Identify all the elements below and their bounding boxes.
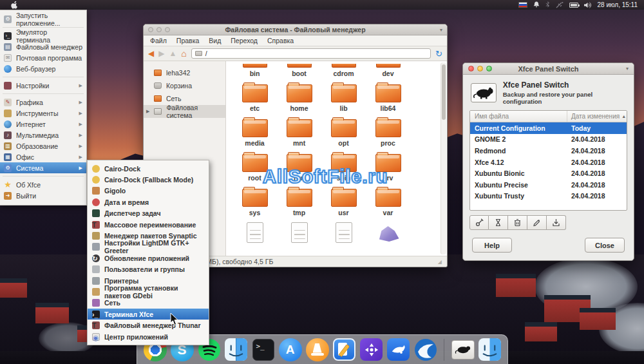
folder-item[interactable]: boot: [277, 64, 321, 77]
submenu-item-gdebi[interactable]: Программа установки пакетов GDebi: [88, 286, 209, 297]
table-row[interactable]: GNOME 224.04.2018: [470, 134, 627, 146]
folder-item[interactable]: bin: [232, 64, 277, 77]
dock-vlc-icon[interactable]: [305, 338, 329, 361]
bluetooth-icon[interactable]: [545, 1, 550, 8]
help-button[interactable]: Help: [472, 238, 512, 253]
folder-item[interactable]: tmp: [277, 185, 321, 216]
address-bar[interactable]: /: [191, 48, 431, 59]
expander-icon[interactable]: ▶: [146, 109, 149, 114]
folder-item[interactable]: opt: [321, 115, 366, 147]
menu-help[interactable]: Справка: [267, 37, 294, 44]
menu-item-education[interactable]: ▥Образование▶: [0, 140, 86, 151]
submenu-item-xfce-terminal[interactable]: ›_Терминал Xfce: [88, 309, 209, 320]
thunar-file-view[interactable]: bin boot cdrom dev etc home lib lib64 me…: [226, 61, 447, 256]
dock-terminal-icon[interactable]: >_: [251, 338, 275, 361]
file-item[interactable]: [366, 220, 410, 243]
folder-item[interactable]: cdrom: [321, 64, 366, 77]
dock-text-editor-icon[interactable]: [332, 338, 356, 361]
home-button-icon[interactable]: ⌂: [181, 49, 186, 58]
apple-menu-icon[interactable]: [11, 1, 18, 8]
dock-appstore-icon[interactable]: A: [278, 338, 302, 361]
menu-item-multimedia[interactable]: ♪Мультимедиа▶: [0, 129, 86, 140]
scrollbar[interactable]: [440, 62, 446, 254]
menu-item-mail[interactable]: ✉Почтовая программа: [0, 52, 86, 63]
menu-item-graphics[interactable]: ✎Графика▶: [0, 97, 86, 108]
table-row[interactable]: Xubuntu Precise24.04.2018: [470, 179, 627, 191]
back-button-icon[interactable]: ◀: [148, 50, 154, 57]
folder-item[interactable]: sys: [232, 185, 277, 216]
window-shade-icon[interactable]: ▾: [626, 66, 629, 72]
sidebar-item-home[interactable]: leha342: [144, 66, 225, 79]
sidebar-item-trash[interactable]: Корзина: [144, 79, 225, 92]
reload-button-icon[interactable]: ↻: [435, 50, 442, 58]
submenu-item-lightdm-settings[interactable]: Настройки LightDM GTK+ Greeter: [88, 242, 209, 253]
table-row[interactable]: Xubuntu Bionic24.04.2018: [470, 168, 627, 179]
menu-file[interactable]: Файл: [150, 37, 167, 44]
submenu-item-task-manager[interactable]: Диспетчер задач: [88, 208, 209, 219]
sidebar-item-network[interactable]: Сеть: [144, 92, 225, 105]
menu-item-system[interactable]: ⚙Система▶: [0, 162, 86, 173]
submenu-item-cairo-dock[interactable]: Cairo-Dock: [88, 163, 209, 174]
keyboard-layout-ru-flag-icon[interactable]: [518, 2, 527, 8]
table-row[interactable]: Redmond24.04.2018: [470, 145, 627, 157]
folder-item[interactable]: var: [366, 185, 410, 216]
submenu-item-app-center[interactable]: ◉Центр приложений: [88, 331, 209, 342]
resize-grip[interactable]: ◢: [438, 259, 442, 265]
dock-finder-icon[interactable]: [224, 338, 248, 361]
dock-file-manager-icon[interactable]: [478, 338, 502, 361]
network-disconnected-icon[interactable]: [556, 2, 564, 8]
volume-icon[interactable]: [584, 2, 592, 8]
panel-switch-titlebar[interactable]: Xfce Panel Switch ▾: [463, 63, 634, 75]
export-button[interactable]: [489, 215, 508, 230]
menu-item-internet[interactable]: Интернет▶: [0, 119, 86, 129]
close-button[interactable]: Close: [585, 238, 625, 253]
folder-item[interactable]: proc: [366, 115, 410, 147]
folder-item[interactable]: media: [232, 115, 277, 147]
folder-item[interactable]: etc: [232, 81, 277, 112]
column-filename[interactable]: Имя файла: [470, 111, 567, 122]
menu-go[interactable]: Переход: [231, 37, 258, 44]
dock-panel-switch-icon[interactable]: [451, 338, 475, 361]
menu-item-about-xfce[interactable]: ★Об Xfce: [0, 179, 86, 190]
sidebar-item-filesystem[interactable]: ▶ Файловая система: [144, 105, 225, 118]
clock[interactable]: 28 июл, 15:11: [598, 1, 638, 8]
submenu-item-datetime[interactable]: Дата и время: [88, 196, 209, 207]
menu-item-settings[interactable]: Настройки▶: [0, 80, 86, 91]
folder-item[interactable]: home: [277, 81, 321, 112]
menu-item-file-manager[interactable]: ▤Файловый менеджер: [0, 41, 86, 52]
submenu-item-bulk-rename[interactable]: TМассовое переименование: [88, 219, 209, 230]
table-row[interactable]: Current ConfigurationToday: [470, 122, 627, 134]
submenu-item-thunar[interactable]: TФайловый менеджер Thunar: [88, 320, 209, 330]
up-button-icon[interactable]: ▲: [169, 50, 176, 57]
configure-button[interactable]: [469, 215, 489, 230]
table-row[interactable]: Xfce 4.1224.04.2018: [470, 157, 627, 168]
thunar-titlebar[interactable]: Файловая система - Файловый менеджер ▾: [144, 24, 447, 35]
menu-item-tools[interactable]: Инструменты▶: [0, 108, 86, 119]
edit-button[interactable]: [527, 215, 547, 230]
notification-bell-icon[interactable]: [533, 1, 540, 8]
dock-eagle-browser-icon[interactable]: [413, 338, 437, 361]
folder-item[interactable]: dev: [366, 64, 410, 77]
file-item[interactable]: [321, 220, 366, 243]
folder-item[interactable]: lib: [321, 81, 366, 112]
table-row[interactable]: Xubuntu Trusty24.04.2018: [470, 191, 627, 202]
dock-whale-icon[interactable]: [386, 338, 410, 361]
save-button[interactable]: [547, 215, 566, 230]
folder-item[interactable]: mnt: [277, 115, 321, 147]
folder-item[interactable]: usr: [321, 185, 366, 216]
file-item[interactable]: [277, 220, 321, 243]
window-shade-icon[interactable]: ▾: [440, 27, 442, 33]
submenu-item-users-groups[interactable]: Пользователи и группы: [88, 264, 209, 275]
menu-item-logout[interactable]: ➜Выйти: [0, 190, 86, 201]
battery-icon[interactable]: [569, 3, 578, 8]
menu-item-office[interactable]: ▦Офис▶: [0, 151, 86, 162]
menu-view[interactable]: Вид: [209, 37, 221, 44]
column-date[interactable]: Дата изменения▲: [567, 113, 627, 120]
menu-item-run-program[interactable]: ⚙Запустить приложение...: [0, 14, 86, 24]
folder-item[interactable]: lib64: [366, 81, 410, 112]
forward-button-icon[interactable]: ▶: [158, 50, 164, 57]
file-item[interactable]: [232, 220, 277, 243]
submenu-item-cairo-dock-fallback[interactable]: Cairo-Dock (Fallback Mode): [88, 174, 209, 185]
menu-edit[interactable]: Правка: [176, 37, 199, 44]
menu-item-web-browser[interactable]: Веб-браузер: [0, 63, 86, 74]
